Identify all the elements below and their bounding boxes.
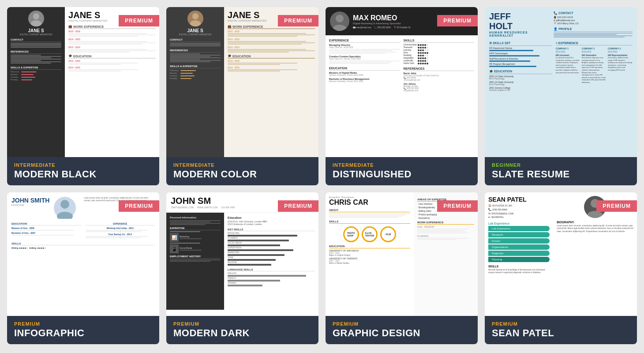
card-level: INTERMEDIATE bbox=[14, 162, 152, 168]
card-level: INTERMEDIATE bbox=[173, 162, 311, 168]
card-preview: PREMIUM SEAN PATEL 🏠 55 FOSTER ST, MA 📞 … bbox=[485, 192, 637, 316]
svg-point-2 bbox=[192, 13, 198, 19]
card-preview: PREMIUM MAX ROMEO Digital Marketing & Ad… bbox=[326, 7, 478, 157]
card-title: MODERN BLACK bbox=[14, 169, 152, 180]
card-preview: PREMIUM JOHN SMITH POSITION Lorem ipsum … bbox=[7, 192, 159, 316]
card-slate-resume[interactable]: JEFFHOLT HUMAN RESOURCESGENERALIST 📞 CON… bbox=[485, 7, 637, 185]
card-title: GRAPHIC DESIGN bbox=[333, 327, 471, 339]
svg-point-9 bbox=[587, 211, 603, 218]
premium-badge: PREMIUM bbox=[596, 200, 637, 212]
card-label: BEGINNER SLATE RESUME bbox=[485, 157, 637, 185]
svg-point-7 bbox=[57, 212, 73, 219]
card-label: INTERMEDIATE DISTINGUISHED bbox=[326, 157, 478, 185]
card-preview: PREMIUM JOHN SM JSMITH@GMAIL.COM WWW.JSM… bbox=[166, 192, 318, 316]
premium-badge: PREMIUM bbox=[437, 200, 478, 212]
card-level: PREMIUM bbox=[14, 321, 152, 327]
svg-point-0 bbox=[33, 13, 39, 19]
card-label: INTERMEDIATE MODERN BLACK bbox=[7, 157, 159, 185]
card-level: PREMIUM bbox=[173, 321, 311, 327]
card-title: SEAN PATEL bbox=[492, 327, 630, 339]
card-label: PREMIUM GRAPHIC DESIGN bbox=[326, 316, 478, 344]
card-preview: PREMIUM Graphic Designer CHRIS CAR ABOUT… bbox=[326, 192, 478, 316]
card-title: DISTINGUISHED bbox=[333, 169, 471, 180]
svg-point-3 bbox=[190, 20, 201, 26]
card-preview: PREMIUM JANE S DIGITAL CONTENT MARKETER … bbox=[166, 7, 318, 157]
card-label: PREMIUM INFOGRAPHIC bbox=[7, 316, 159, 344]
svg-point-6 bbox=[60, 200, 69, 209]
svg-point-5 bbox=[333, 25, 347, 31]
card-level: PREMIUM bbox=[492, 321, 630, 327]
svg-point-1 bbox=[31, 20, 41, 26]
card-title: MODERN DARK bbox=[173, 327, 311, 339]
card-preview: PREMIUM JANE S DIGITAL CONTENT MARKETER … bbox=[7, 7, 159, 157]
card-title: INFOGRAPHIC bbox=[14, 327, 152, 339]
premium-badge: PREMIUM bbox=[119, 15, 159, 26]
svg-point-4 bbox=[336, 15, 344, 23]
card-preview: JEFFHOLT HUMAN RESOURCESGENERALIST 📞 CON… bbox=[485, 7, 637, 157]
resume-grid-row2: PREMIUM JOHN SMITH POSITION Lorem ipsum … bbox=[7, 192, 637, 344]
premium-badge: PREMIUM bbox=[278, 200, 318, 212]
card-label: INTERMEDIATE MODERN COLOR bbox=[166, 157, 318, 185]
card-modern-color[interactable]: PREMIUM JANE S DIGITAL CONTENT MARKETER … bbox=[166, 7, 318, 185]
card-level: BEGINNER bbox=[492, 162, 630, 168]
card-level: INTERMEDIATE bbox=[333, 162, 471, 168]
card-level: PREMIUM bbox=[333, 321, 471, 327]
card-john-smith-timeline[interactable]: PREMIUM JOHN SMITH POSITION Lorem ipsum … bbox=[7, 192, 159, 344]
card-label: PREMIUM SEAN PATEL bbox=[485, 316, 637, 344]
card-john-smith-dark[interactable]: PREMIUM JOHN SM JSMITH@GMAIL.COM WWW.JSM… bbox=[166, 192, 318, 344]
card-modern-black[interactable]: PREMIUM JANE S DIGITAL CONTENT MARKETER … bbox=[7, 7, 159, 185]
premium-badge: PREMIUM bbox=[119, 200, 159, 212]
resume-grid: PREMIUM JANE S DIGITAL CONTENT MARKETER … bbox=[7, 7, 637, 185]
card-sean-patel[interactable]: PREMIUM SEAN PATEL 🏠 55 FOSTER ST, MA 📞 … bbox=[485, 192, 637, 344]
card-title: SLATE RESUME bbox=[492, 169, 630, 180]
card-title: MODERN COLOR bbox=[173, 169, 311, 180]
card-label: PREMIUM MODERN DARK bbox=[166, 316, 318, 344]
card-chris-car[interactable]: PREMIUM Graphic Designer CHRIS CAR ABOUT… bbox=[326, 192, 478, 344]
card-distinguished[interactable]: PREMIUM MAX ROMEO Digital Marketing & Ad… bbox=[326, 7, 478, 185]
premium-badge: PREMIUM bbox=[278, 15, 318, 26]
premium-badge: PREMIUM bbox=[437, 15, 478, 26]
